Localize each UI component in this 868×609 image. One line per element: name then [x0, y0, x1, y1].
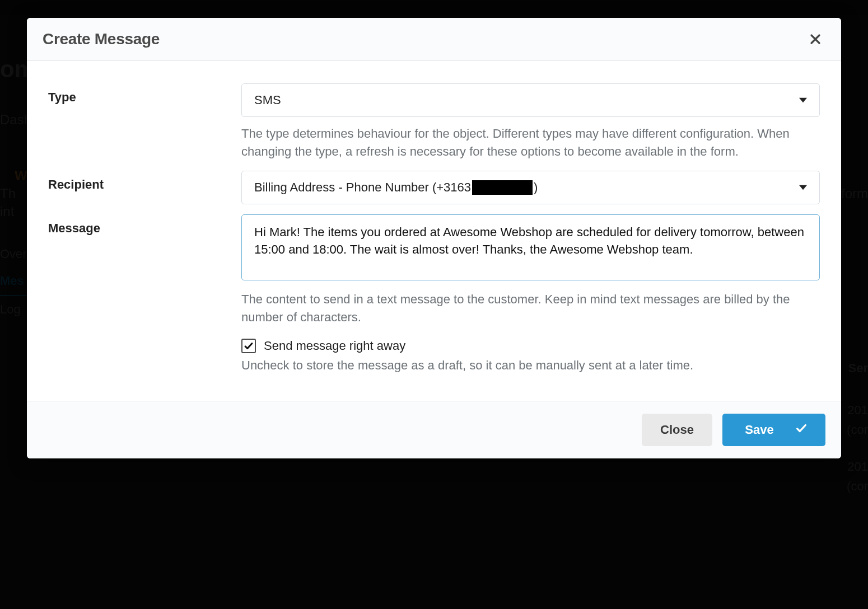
close-button[interactable]: Close — [642, 414, 712, 446]
send-now-checkbox[interactable] — [241, 339, 256, 353]
close-button-label: Close — [660, 423, 694, 437]
recipient-field: Billing Address - Phone Number (+3163) — [241, 171, 820, 204]
check-icon — [795, 422, 808, 438]
message-field: The content to send in a text message to… — [241, 214, 820, 374]
recipient-value-suffix: ) — [534, 180, 538, 195]
modal-header: Create Message — [27, 18, 841, 61]
svg-marker-2 — [799, 98, 807, 102]
type-select-value: SMS — [254, 93, 281, 107]
modal-body: Type SMS The type determines behaviour f… — [27, 61, 841, 401]
create-message-modal: Create Message Type SMS The type determi… — [27, 18, 841, 458]
svg-marker-3 — [799, 185, 807, 190]
caret-down-icon — [799, 180, 807, 195]
save-button[interactable]: Save — [722, 414, 825, 446]
message-help: The content to send in a text message to… — [241, 291, 820, 326]
caret-down-icon — [799, 93, 807, 107]
recipient-select[interactable]: Billing Address - Phone Number (+3163) — [241, 171, 820, 204]
recipient-row: Recipient Billing Address - Phone Number… — [48, 171, 820, 204]
message-row: Message The content to send in a text me… — [48, 214, 820, 374]
modal-footer: Close Save — [27, 401, 841, 458]
type-select[interactable]: SMS — [241, 83, 820, 117]
recipient-value-prefix: Billing Address - Phone Number (+3163 — [254, 180, 471, 195]
message-label: Message — [48, 214, 241, 236]
type-row: Type SMS The type determines behaviour f… — [48, 83, 820, 161]
close-icon[interactable] — [805, 29, 825, 49]
send-now-label: Send message right away — [264, 339, 405, 353]
send-now-row: Send message right away — [241, 339, 820, 353]
type-field: SMS The type determines behaviour for th… — [241, 83, 820, 161]
send-now-help: Uncheck to store the message as a draft,… — [241, 357, 820, 374]
message-textarea[interactable] — [241, 214, 820, 280]
recipient-label: Recipient — [48, 171, 241, 192]
type-label: Type — [48, 83, 241, 105]
type-help: The type determines behaviour for the ob… — [241, 125, 820, 161]
modal-title: Create Message — [43, 30, 160, 48]
redacted-phone — [472, 180, 533, 195]
save-button-label: Save — [745, 423, 773, 437]
